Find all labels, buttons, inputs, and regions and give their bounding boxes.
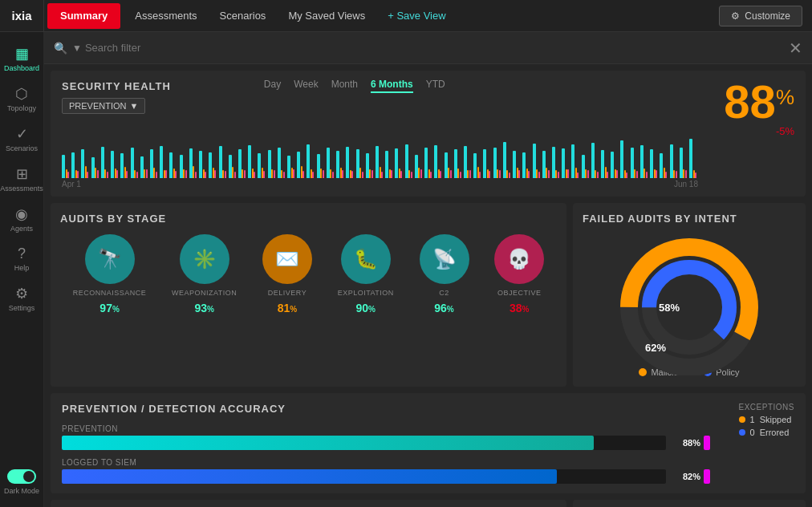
stage-exploitation: 🐛 EXPLOITATION 90% — [338, 234, 394, 314]
areas-of-risk-panel: AREAS OF RISK LOWEST PERFORMERS BY PREVE… — [51, 500, 566, 507]
time-filter-6months[interactable]: 6 Months — [371, 79, 413, 93]
chart-end-label: Jun 18 — [674, 180, 698, 189]
stage-objective: 💀 OBJECTIVE 38% — [494, 234, 544, 314]
sidebar-item-assessments[interactable]: ⊞ Assessments — [0, 159, 43, 199]
sidebar-item-dashboard[interactable]: ▦ Dashboard — [0, 39, 43, 79]
time-filter-day[interactable]: Day — [264, 79, 281, 93]
svg-text:62%: 62% — [645, 342, 666, 354]
sidebar-item-settings[interactable]: ⚙ Settings — [0, 278, 43, 318]
sidebar-item-topology[interactable]: ⬡ Topology — [0, 79, 43, 119]
stage-reconnaissance: 🔭 RECONNAISSANCE 97% — [73, 234, 147, 314]
audits-by-stage-panel: AUDITS BY STAGE 🔭 RECONNAISSANCE 97% ✳️ … — [51, 203, 566, 387]
sidebar-item-agents[interactable]: ◉ Agents — [0, 199, 43, 239]
main-content: SECURITY HEALTH Day Week Month 6 Months … — [44, 64, 812, 507]
security-health-title: SECURITY HEALTH — [62, 80, 171, 92]
search-input[interactable] — [85, 42, 789, 54]
agents-icon: ◉ — [15, 205, 28, 223]
search-icon: 🔍 — [54, 42, 67, 55]
failed-audits-panel: FAILED AUDITS BY INTENT 58% 62% — [573, 203, 806, 387]
health-score: 88 % -5% — [698, 79, 794, 137]
assessments-icon: ⊞ — [16, 165, 28, 183]
prevention-dropdown[interactable]: PREVENTION ▼ — [62, 98, 145, 114]
logo: ixia — [0, 0, 44, 32]
score-percent: % — [776, 85, 794, 110]
exceptions-section: EXCEPTIONS 1 Skipped 0 Errored — [739, 403, 794, 437]
failed-audits-title: FAILED AUDITS BY INTENT — [583, 213, 796, 225]
chart-start-label: Apr 1 — [62, 180, 81, 189]
nav-tab-assessments[interactable]: Assessments — [124, 0, 208, 32]
topology-icon: ⬡ — [15, 85, 28, 103]
help-icon: ? — [18, 245, 26, 262]
audits-by-stage-title: AUDITS BY STAGE — [60, 213, 557, 225]
stage-weaponization: ✳️ WEAPONIZATION 93% — [172, 234, 237, 314]
agents-at-risk-panel: AGENTS AT RISK % OF FAILED AUDITS — [573, 500, 806, 507]
security-health-panel: SECURITY HEALTH Day Week Month 6 Months … — [51, 71, 806, 197]
sidebar-item-scenarios[interactable]: ✓ Scenarios — [0, 119, 43, 159]
score-number: 88 — [724, 79, 776, 125]
save-view-button[interactable]: + Save View — [376, 0, 457, 32]
prevention-detection-panel: PREVENTION / DETECTION ACCURACY PREVENTI… — [51, 393, 806, 493]
search-bar: 🔍 ▼ ✕ — [44, 32, 812, 64]
gear-icon: ⚙ — [731, 10, 740, 22]
dark-mode-toggle[interactable] — [7, 469, 36, 484]
svg-text:58%: 58% — [659, 302, 680, 314]
settings-icon: ⚙ — [15, 285, 28, 302]
prevention-detection-title: PREVENTION / DETECTION ACCURACY — [62, 403, 794, 415]
sidebar-item-help[interactable]: ? Help — [0, 239, 43, 278]
scenarios-icon: ✓ — [16, 125, 28, 143]
time-filter-week[interactable]: Week — [294, 79, 318, 93]
time-filter-ytd[interactable]: YTD — [426, 79, 445, 93]
bar-chart — [62, 122, 698, 178]
time-filter-month[interactable]: Month — [331, 79, 358, 93]
customize-button[interactable]: ⚙ Customize — [719, 6, 802, 26]
sidebar: ▦ Dashboard ⬡ Topology ✓ Scenarios ⊞ Ass… — [0, 32, 44, 507]
nav-tab-scenarios[interactable]: Scenarios — [209, 0, 278, 32]
nav-tab-saved-views[interactable]: My Saved Views — [277, 0, 376, 32]
stage-delivery: ✉️ DELIVERY 81% — [262, 234, 312, 314]
nav-tab-summary[interactable]: Summary — [47, 3, 120, 29]
close-icon[interactable]: ✕ — [789, 39, 802, 58]
dashboard-icon: ▦ — [15, 45, 29, 63]
stage-c2: 📡 C2 96% — [420, 234, 469, 314]
